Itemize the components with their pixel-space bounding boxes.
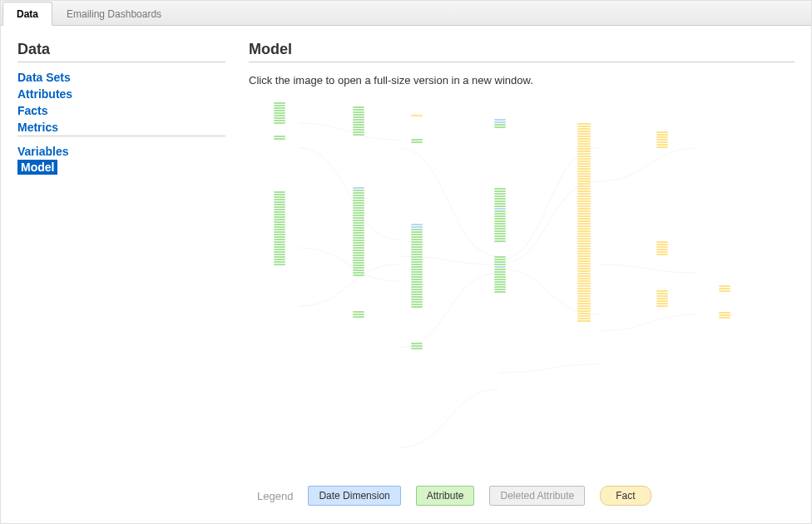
legend-deleted-attribute: Deleted Attribute	[489, 486, 585, 506]
sidebar-divider-2	[17, 136, 225, 136]
legend-date-dimension: Date Dimension	[308, 486, 400, 506]
sidebar: Data Data Sets Attributes Facts Metrics …	[17, 34, 234, 514]
main-hint: Click the image to open a full-size vers…	[249, 74, 795, 87]
sidebar-item-variables[interactable]: Variables	[17, 143, 225, 160]
sidebar-heading: Data	[17, 41, 225, 58]
legend-attribute: Attribute	[416, 486, 475, 506]
legend-fact: Fact	[600, 486, 651, 506]
diagram-column	[411, 115, 423, 481]
diagram-column	[577, 123, 591, 481]
tab-bar: Data Emailing Dashboards	[1, 1, 811, 26]
content-area: Data Data Sets Attributes Facts Metrics …	[1, 26, 811, 522]
sidebar-item-model[interactable]: Model	[17, 160, 57, 175]
sidebar-divider	[17, 62, 225, 62]
tab-emailing-dashboards[interactable]: Emailing Dashboards	[52, 2, 176, 25]
main-divider	[249, 62, 795, 62]
main-heading: Model	[249, 41, 795, 58]
sidebar-item-data-sets[interactable]: Data Sets	[17, 69, 225, 86]
main-panel: Model Click the image to open a full-siz…	[234, 34, 795, 514]
sidebar-item-facts[interactable]: Facts	[17, 102, 225, 119]
diagram-column	[274, 102, 285, 481]
tab-data[interactable]: Data	[2, 2, 52, 26]
diagram-column	[353, 106, 364, 481]
legend: Legend Date Dimension Attribute Deleted …	[249, 481, 795, 506]
diagram-column	[494, 119, 506, 481]
sidebar-item-metrics[interactable]: Metrics	[17, 119, 225, 136]
legend-label: Legend	[257, 490, 293, 502]
diagram-column	[719, 285, 730, 481]
model-diagram-thumbnail[interactable]	[249, 98, 756, 481]
diagram-column	[656, 131, 668, 481]
sidebar-item-attributes[interactable]: Attributes	[17, 86, 225, 102]
